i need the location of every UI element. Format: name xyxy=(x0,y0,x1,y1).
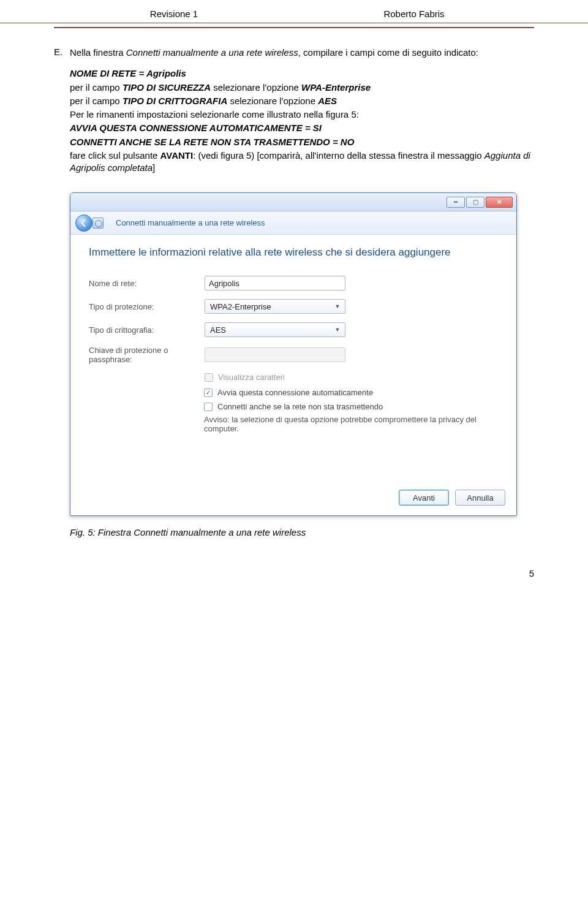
intro-b: Connetti manualmente a una rete wireless xyxy=(126,47,298,58)
step-letter: E. xyxy=(54,47,64,59)
aes-val: AES xyxy=(318,96,337,106)
show-characters-row: Visualizza caratteri xyxy=(205,373,498,382)
fare-end: ] xyxy=(153,162,155,173)
content-area: E. Nella finestra Connetti manualmente a… xyxy=(0,47,588,537)
encryption-type-value: AES xyxy=(210,325,226,335)
encryption-type-dropdown[interactable]: AES ▼ xyxy=(205,322,345,337)
fare-pre: fare click sul pulsante xyxy=(70,150,160,161)
dialog-body: Immettere le informazioni relative alla … xyxy=(70,235,516,482)
connect-hidden-row[interactable]: Connetti anche se la rete non sta trasme… xyxy=(204,402,498,411)
header-rule xyxy=(54,27,534,28)
fare-btn: AVANTI xyxy=(160,150,194,161)
figure-caption: Fig. 5: Finestra Connetti manualmente a … xyxy=(70,527,534,537)
label-nome: Nome di rete: xyxy=(89,279,196,288)
tipo-crit-pre: per il campo xyxy=(70,96,123,106)
header-left: Revisione 1 xyxy=(54,9,294,19)
tipo-crit-sel: selezionare l'opzione xyxy=(227,96,318,106)
label-protezione: Tipo di protezione: xyxy=(89,302,196,311)
label-chiave: Chiave di protezione o passphrase: xyxy=(89,346,196,364)
step-details: NOME DI RETE = Agripolis per il campo TI… xyxy=(70,67,534,174)
step-intro: Nella finestra Connetti manualmente a un… xyxy=(70,47,534,59)
auto-connect-row[interactable]: ✓ Avvia questa connessione automaticamen… xyxy=(204,388,498,397)
security-type-dropdown[interactable]: WPA2-Enterprise ▼ xyxy=(205,299,345,314)
wireless-dialog-window: ━ ▢ ✕ Connetti manualmente a una rete wi… xyxy=(70,192,517,516)
intro-a: Nella finestra xyxy=(70,47,126,58)
titlebar: ━ ▢ ✕ xyxy=(70,193,516,211)
security-key-input[interactable] xyxy=(205,347,345,362)
close-button[interactable]: ✕ xyxy=(486,197,513,208)
intro-c: , compilare i campi come di seguito indi… xyxy=(298,47,478,58)
privacy-warning: Avviso: la selezione di questa opzione p… xyxy=(204,415,498,433)
cancel-button[interactable]: Annulla xyxy=(455,490,505,506)
tipo-sic-pre: per il campo xyxy=(70,82,123,93)
arrow-left-icon xyxy=(80,219,88,227)
page-header: Revisione 1 Roberto Fabris xyxy=(0,0,588,23)
chevron-down-icon: ▼ xyxy=(333,325,342,335)
connect-hidden-label: Connetti anche se la rete non sta trasme… xyxy=(217,402,383,411)
minimize-button[interactable]: ━ xyxy=(447,197,465,208)
label-critto: Tipo di crittografia: xyxy=(89,325,196,335)
tipo-sic-label: TIPO DI SICUREZZA xyxy=(123,82,211,93)
connect-hidden-checkbox[interactable] xyxy=(204,403,213,411)
security-type-value: WPA2-Enterprise xyxy=(210,302,271,311)
tipo-sic-sel: selezionare l'opzione xyxy=(211,82,301,93)
step-e: E. Nella finestra Connetti manualmente a… xyxy=(54,47,534,59)
dialog-footer: Avanti Annulla xyxy=(70,482,516,515)
fare-mid: : (vedi figura 5) [comparirà, all'intern… xyxy=(193,150,484,161)
form-grid: Nome di rete: Tipo di protezione: WPA2-E… xyxy=(89,276,498,382)
auto-connect-checkbox[interactable]: ✓ xyxy=(204,389,213,397)
wpa-val: WPA-Enterprise xyxy=(301,82,371,93)
window-controls: ━ ▢ ✕ xyxy=(447,197,513,208)
chevron-down-icon: ▼ xyxy=(333,302,342,311)
avvia-line: AVVIA QUESTA CONNESSIONE AUTOMATICAMENTE… xyxy=(70,123,322,133)
wireless-icon xyxy=(92,218,104,229)
network-name-input[interactable] xyxy=(205,276,345,290)
maximize-button[interactable]: ▢ xyxy=(466,197,484,208)
header-right: Roberto Fabris xyxy=(294,9,534,19)
nome-rete-line: NOME DI RETE = Agripolis xyxy=(70,68,186,78)
connetti-line: CONNETTI ANCHE SE LA RETE NON STA TRASME… xyxy=(70,137,354,147)
navbar: Connetti manualmente a una rete wireless xyxy=(70,211,516,235)
auto-connect-label: Avvia questa connessione automaticamente xyxy=(217,388,373,397)
tipo-crit-label: TIPO DI CRITTOGRAFIA xyxy=(123,96,227,106)
back-button[interactable] xyxy=(75,214,92,232)
option-checks: ✓ Avvia questa connessione automaticamen… xyxy=(89,388,498,411)
page-number: 5 xyxy=(0,537,588,579)
show-characters-label: Visualizza caratteri xyxy=(218,373,285,382)
nav-title: Connetti manualmente a una rete wireless xyxy=(116,218,265,227)
show-characters-checkbox xyxy=(205,373,213,382)
rimanenti-line: Per le rimanenti impostazioni selezionar… xyxy=(70,108,534,121)
dialog-heading: Immettere le informazioni relative alla … xyxy=(89,246,498,260)
next-button[interactable]: Avanti xyxy=(399,490,449,506)
